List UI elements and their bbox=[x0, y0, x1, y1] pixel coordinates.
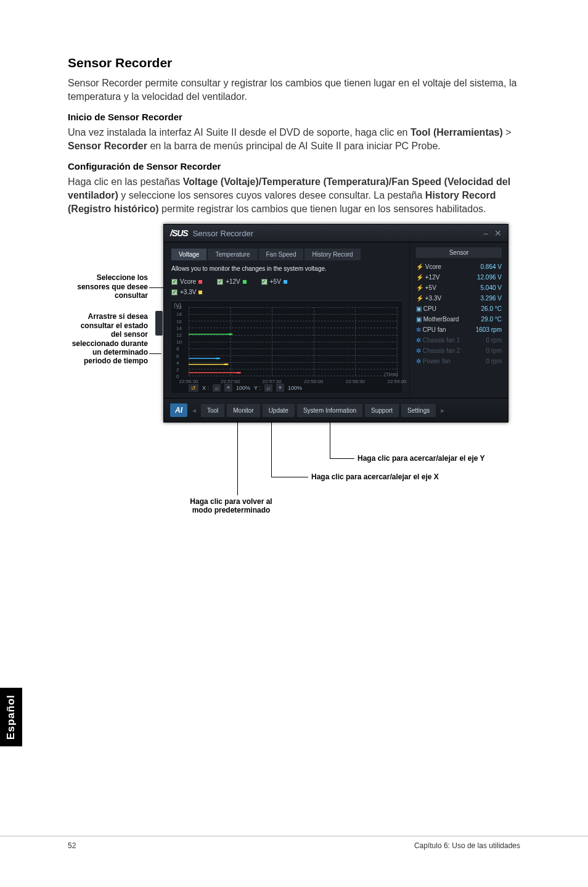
svg-point-3 bbox=[228, 334, 233, 336]
bolt-icon: ⚡ bbox=[416, 274, 423, 281]
footer-update-button[interactable]: Update bbox=[263, 404, 295, 417]
footer-monitor-button[interactable]: Monitor bbox=[227, 404, 259, 417]
tabs: Voltage Temperature Fan Speed History Re… bbox=[171, 249, 402, 260]
sensor-label: Chassis fan 1 bbox=[423, 337, 460, 344]
footer-support-button[interactable]: Support bbox=[365, 404, 399, 417]
chart-ytick: 4 bbox=[176, 360, 179, 365]
tab-history-record[interactable]: History Record bbox=[304, 249, 360, 260]
sensor-row: ▣ MotherBoard29.0 °C bbox=[416, 314, 502, 324]
text: y seleccione los sensores cuyos valores … bbox=[118, 190, 425, 200]
bolt-icon: ⚡ bbox=[416, 263, 423, 270]
chk-label: Vcore bbox=[180, 278, 196, 285]
sensor-value: 1603 rpm bbox=[476, 326, 502, 333]
tab-temperature[interactable]: Temperature bbox=[208, 249, 257, 260]
svg-point-5 bbox=[215, 358, 220, 360]
svg-point-1 bbox=[236, 372, 241, 374]
voltage-chart[interactable]: (V) (Time) ↺ X : ⌕ ⌖ 100% Y : ⌕ ⌖ bbox=[171, 300, 402, 393]
chk-label: +5V bbox=[270, 278, 281, 285]
window-title: Sensor Recorder bbox=[193, 229, 253, 238]
sensor-value: 0 rpm bbox=[486, 358, 502, 365]
fan-icon: ✲ bbox=[416, 358, 421, 365]
sensor-row: ✲ CPU fan1603 rpm bbox=[416, 324, 502, 335]
chapter-label: Capítulo 6: Uso de las utilidades bbox=[414, 841, 520, 850]
page-footer: 52 Capítulo 6: Uso de las utilidades bbox=[0, 836, 588, 850]
para-launch: Una vez instalada la interfaz AI Suite I… bbox=[68, 126, 520, 152]
arrow-left-icon[interactable]: ◄ bbox=[190, 407, 198, 414]
bold-sensor-recorder: Sensor Recorder bbox=[68, 141, 147, 151]
bolt-icon: ⚡ bbox=[416, 295, 423, 302]
sensor-value: 12.096 V bbox=[477, 274, 502, 281]
para-config: Haga clic en las pestañas Voltage (Volta… bbox=[68, 175, 520, 215]
language-tab: Español bbox=[0, 688, 22, 746]
tab-fan-speed[interactable]: Fan Speed bbox=[259, 249, 304, 260]
checkbox-33v[interactable]: ✓+3.3V bbox=[171, 289, 202, 295]
subhead-launch: Inicio de Sensor Recorder bbox=[68, 112, 520, 122]
figure: Seleccione los sensores que desee consul… bbox=[68, 224, 520, 569]
subhead-config: Configuración de Sensor Recorder bbox=[68, 161, 520, 171]
collapse-handle-left[interactable] bbox=[155, 311, 163, 336]
chk-label: +3.3V bbox=[180, 289, 196, 295]
chart-ytick: 8 bbox=[176, 346, 179, 352]
footer-sysinfo-button[interactable]: System Information bbox=[297, 404, 362, 417]
sensor-row: ⚡ Vcore0.864 V bbox=[416, 262, 502, 272]
sensor-row: ⚡ +3.3V3.296 V bbox=[416, 293, 502, 303]
zoom-y-label: Y : bbox=[254, 385, 261, 391]
checkbox-5v[interactable]: ✓+5V bbox=[261, 278, 287, 285]
callout-line bbox=[330, 421, 330, 458]
footer-tool-button[interactable]: Tool bbox=[201, 404, 224, 417]
chart-ytick: 20 bbox=[176, 305, 182, 310]
zoom-reset-button[interactable]: ↺ bbox=[189, 384, 198, 392]
close-button[interactable]: ✕ bbox=[494, 228, 502, 238]
sensor-value: 0 rpm bbox=[486, 347, 502, 354]
fan-icon: ✲ bbox=[416, 326, 421, 333]
sensor-value: 0 rpm bbox=[486, 337, 502, 344]
text: Una vez instalada la interfaz AI Suite I… bbox=[68, 127, 410, 138]
sensor-value: 0.864 V bbox=[481, 263, 502, 270]
chart-xtick: 22:59:00 bbox=[387, 379, 406, 384]
sensor-value: 29.0 °C bbox=[481, 316, 502, 323]
app-window: /SUS Sensor Recorder – ✕ Voltage Tempera… bbox=[163, 224, 508, 423]
zoom-y-in-button[interactable]: ⌕ bbox=[264, 384, 272, 392]
sensor-row: ▣ CPU26.0 °C bbox=[416, 303, 502, 314]
sensor-label: +12V bbox=[425, 274, 440, 281]
sensor-value: 26.0 °C bbox=[481, 305, 502, 312]
callout-drag-period: Arrastre si desea consultar el estado de… bbox=[68, 312, 148, 365]
text: > bbox=[503, 127, 512, 138]
callout-select-sensors: Seleccione los sensores que desee consul… bbox=[68, 273, 148, 300]
sensor-label: Power fan bbox=[423, 358, 451, 365]
chart-xtick: 22:57:00 bbox=[221, 379, 240, 384]
callout-line bbox=[149, 353, 161, 354]
sensor-row: ⚡ +5V5.040 V bbox=[416, 283, 502, 293]
brand-logo: /SUS bbox=[170, 228, 188, 238]
fan-icon: ✲ bbox=[416, 347, 421, 354]
callout-line bbox=[271, 421, 272, 477]
bold-tool: Tool (Herramientas) bbox=[410, 127, 503, 138]
zoom-x-out-button[interactable]: ⌖ bbox=[224, 384, 232, 392]
tab-voltage[interactable]: Voltage bbox=[171, 249, 206, 260]
zoom-x-label: X : bbox=[202, 385, 209, 391]
chart-xtick: 22:56:30 bbox=[179, 379, 198, 384]
callout-line bbox=[330, 458, 354, 459]
zoom-y-out-button[interactable]: ⌖ bbox=[276, 384, 284, 392]
chart-xtick: 22:58:00 bbox=[304, 379, 323, 384]
zoom-x-in-button[interactable]: ⌕ bbox=[213, 384, 221, 392]
callout-zoom-x: Haga clic para acercar/alejar el eje X bbox=[311, 472, 439, 481]
checkbox-12v[interactable]: ✓+12V bbox=[217, 278, 247, 285]
chart-ytick: 12 bbox=[176, 332, 182, 337]
minimize-button[interactable]: – bbox=[483, 228, 488, 238]
chart-xlabel: (Time) bbox=[384, 371, 398, 377]
sensor-panel-header: Sensor bbox=[416, 247, 502, 258]
ai-button[interactable]: AI bbox=[170, 403, 187, 417]
sensor-label: +3.3V bbox=[425, 295, 441, 302]
sensor-row: ✲ Chassis fan 10 rpm bbox=[416, 335, 502, 345]
zoom-x-pct: 100% bbox=[236, 385, 250, 391]
sensor-row: ✲ Power fan0 rpm bbox=[416, 356, 502, 366]
arrow-right-icon[interactable]: ► bbox=[438, 407, 447, 414]
chk-label: +12V bbox=[226, 278, 240, 285]
chart-xtick: 22:57:30 bbox=[263, 379, 282, 384]
chart-ytick: 18 bbox=[176, 311, 182, 317]
checkbox-vcore[interactable]: ✓Vcore bbox=[171, 278, 202, 285]
callout-line bbox=[237, 421, 238, 495]
bolt-icon: ⚡ bbox=[416, 284, 423, 291]
footer-settings-button[interactable]: Settings bbox=[401, 404, 436, 417]
